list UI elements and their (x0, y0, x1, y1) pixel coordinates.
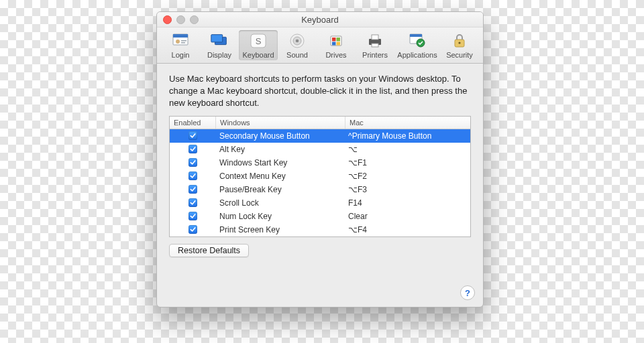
cell-enabled (170, 172, 215, 180)
toolbar: Login Display S Keyboard (157, 27, 483, 64)
toolbar-item-sound[interactable]: Sound (278, 30, 317, 60)
svg-rect-14 (337, 38, 341, 42)
cell-mac: Clear (344, 212, 470, 221)
svg-rect-15 (332, 42, 336, 46)
toolbar-label: Login (172, 51, 190, 59)
cell-mac: F14 (344, 198, 470, 208)
security-icon (449, 31, 470, 50)
cell-mac: ⌥F4 (344, 225, 470, 234)
table-row[interactable]: Num Lock KeyClear (170, 210, 470, 223)
enabled-checkbox[interactable] (189, 172, 197, 180)
shortcuts-table[interactable]: Enabled Windows Mac Secondary Mouse Butt… (169, 116, 471, 237)
col-header-enabled[interactable]: Enabled (170, 117, 216, 129)
cell-windows: Alt Key (215, 145, 344, 154)
toolbar-label: Printers (362, 51, 388, 59)
svg-rect-13 (332, 38, 336, 42)
table-row[interactable]: Scroll LockF14 (170, 196, 470, 210)
toolbar-item-printers[interactable]: Printers (356, 30, 394, 60)
cell-mac: ⌥F1 (344, 158, 470, 167)
enabled-checkbox[interactable] (189, 145, 197, 153)
table-row[interactable]: Context Menu Key⌥F2 (170, 169, 470, 183)
svg-rect-3 (181, 40, 186, 42)
table-row[interactable]: Print Screen Key⌥F4 (170, 223, 470, 236)
cell-windows: Secondary Mouse Button (215, 131, 344, 141)
cell-enabled (170, 131, 215, 140)
table-header: Enabled Windows Mac (170, 117, 470, 129)
keyboard-icon: S (248, 31, 268, 50)
help-button[interactable]: ? (460, 285, 475, 300)
window-title: Keyboard (157, 15, 483, 25)
cell-enabled (170, 225, 215, 234)
toolbar-item-drives[interactable]: Drives (317, 30, 356, 60)
svg-point-24 (458, 42, 460, 44)
enabled-checkbox[interactable] (189, 212, 197, 220)
cell-mac: ⌥F2 (344, 172, 470, 181)
toolbar-item-applications[interactable]: Applications (394, 30, 440, 60)
cell-windows: Print Screen Key (215, 225, 344, 234)
table-row[interactable]: Windows Start Key⌥F1 (170, 156, 470, 169)
toolbar-label: Security (446, 51, 473, 59)
enabled-checkbox[interactable] (189, 198, 197, 207)
svg-point-11 (296, 40, 299, 43)
cell-mac: ^Primary Mouse Button (344, 131, 470, 141)
svg-rect-21 (410, 34, 422, 37)
toolbar-label: Drives (325, 51, 346, 59)
cell-mac: ⌥F3 (344, 185, 470, 194)
table-body: Secondary Mouse Button^Primary Mouse But… (170, 129, 470, 236)
svg-rect-18 (372, 35, 378, 40)
table-row[interactable]: Pause/Break Key⌥F3 (170, 183, 470, 196)
svg-rect-19 (372, 44, 378, 47)
drives-icon (326, 31, 346, 50)
enabled-checkbox[interactable] (189, 225, 197, 234)
cell-windows: Pause/Break Key (215, 185, 344, 194)
svg-rect-6 (211, 35, 223, 42)
cell-mac: ⌥ (344, 145, 470, 154)
toolbar-item-security[interactable]: Security (440, 30, 479, 60)
cell-windows: Windows Start Key (215, 158, 344, 167)
enabled-checkbox[interactable] (189, 158, 197, 167)
display-icon (209, 31, 229, 50)
toolbar-label: Sound (286, 51, 308, 59)
enabled-checkbox[interactable] (189, 185, 197, 194)
col-header-windows[interactable]: Windows (216, 117, 345, 129)
svg-rect-1 (173, 34, 188, 38)
toolbar-item-display[interactable]: Display (200, 30, 239, 60)
preferences-window: Keyboard Login (156, 11, 484, 307)
svg-rect-4 (181, 42, 185, 44)
applications-icon (407, 31, 427, 50)
svg-text:S: S (256, 36, 262, 46)
sound-icon (287, 31, 307, 50)
login-icon (170, 31, 191, 50)
enabled-checkbox[interactable] (189, 131, 197, 140)
toolbar-label: Applications (397, 51, 437, 59)
cell-enabled (170, 185, 215, 194)
cell-enabled (170, 198, 215, 207)
table-row[interactable]: Alt Key⌥ (170, 143, 470, 156)
cell-windows: Scroll Lock (215, 198, 344, 208)
toolbar-item-keyboard[interactable]: S Keyboard (239, 30, 278, 60)
svg-point-2 (176, 40, 180, 44)
titlebar: Keyboard (157, 12, 483, 27)
restore-row: Restore Defaults (169, 244, 471, 257)
content-area: Use Mac keyboard shortcuts to perform ta… (157, 64, 483, 307)
toolbar-item-login[interactable]: Login (161, 30, 200, 60)
restore-defaults-button[interactable]: Restore Defaults (169, 244, 249, 257)
cell-windows: Num Lock Key (215, 212, 344, 221)
col-header-mac[interactable]: Mac (345, 117, 470, 129)
cell-enabled (170, 158, 215, 167)
cell-enabled (170, 212, 215, 220)
svg-rect-16 (337, 42, 341, 46)
cell-enabled (170, 145, 215, 153)
table-row[interactable]: Secondary Mouse Button^Primary Mouse But… (170, 129, 470, 143)
cell-windows: Context Menu Key (215, 172, 344, 181)
toolbar-label: Keyboard (242, 51, 274, 59)
toolbar-label: Display (207, 51, 231, 59)
printers-icon (365, 31, 385, 50)
intro-text: Use Mac keyboard shortcuts to perform ta… (169, 73, 471, 109)
